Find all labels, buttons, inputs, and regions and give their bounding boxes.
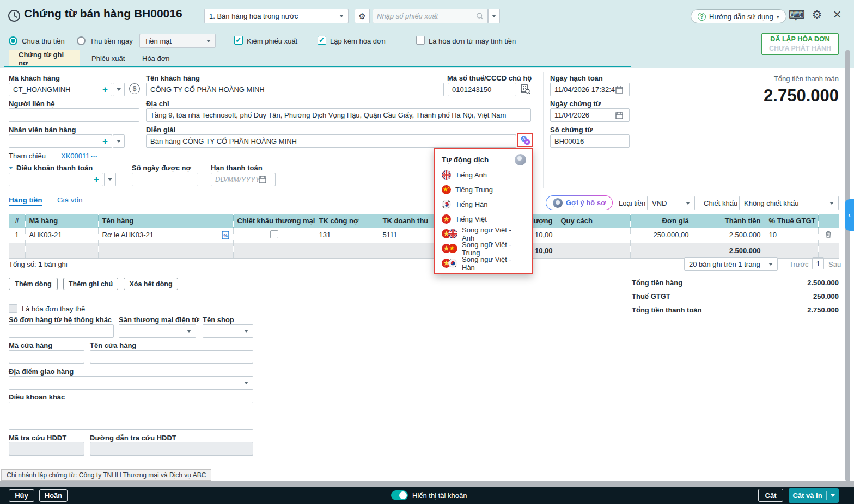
settings-small-button[interactable]: ⚙ <box>355 9 370 23</box>
contact-input[interactable] <box>13 111 135 119</box>
postpone-button[interactable]: Hoãn <box>39 489 68 502</box>
salesperson-input[interactable] <box>13 137 95 145</box>
add-payment-terms-icon[interactable]: + <box>94 175 99 184</box>
store-code-field[interactable] <box>9 350 84 364</box>
calendar-icon[interactable] <box>259 175 266 183</box>
percent-doc-icon[interactable]: % <box>222 231 229 239</box>
doc-no-field[interactable] <box>550 134 630 148</box>
col-item-name[interactable]: Tên hàng <box>98 214 233 228</box>
add-salesperson-icon[interactable]: + <box>102 137 108 146</box>
table-row[interactable]: 1 AHK03-21 Rơ le AHK03-21 % 131 5111 10,… <box>9 228 839 243</box>
pagination-prev[interactable]: Trước <box>789 260 809 268</box>
customer-name-input[interactable] <box>150 85 440 94</box>
radio-not-collected[interactable] <box>9 36 17 45</box>
due-date-input[interactable] <box>215 175 259 183</box>
cancel-button[interactable]: Hủy <box>9 489 34 502</box>
customer-name-field[interactable] <box>146 83 444 96</box>
tax-code-field[interactable] <box>448 83 516 96</box>
cell-revenue-account[interactable]: 5111 <box>379 228 441 243</box>
cell-item-name[interactable]: Rơ le AHK03-21 % <box>98 228 233 243</box>
doc-no-input[interactable] <box>554 137 625 145</box>
doc-date-field[interactable] <box>550 108 630 122</box>
external-order-field[interactable] <box>9 324 114 338</box>
cell-unit-price[interactable]: 250.000,00 <box>630 228 693 243</box>
doc-type-dropdown[interactable]: 1. Bán hàng hóa trong nước <box>204 9 349 23</box>
clear-rows-button[interactable]: Xóa hết dòng <box>124 278 178 290</box>
help-button[interactable]: ? Hướng dẫn sử dụng ▾ <box>691 9 786 23</box>
col-item-code[interactable]: Mã hàng <box>25 214 98 228</box>
external-order-input[interactable] <box>13 327 109 335</box>
pagination-next[interactable]: Sau <box>828 260 841 268</box>
trash-icon[interactable] <box>825 230 832 238</box>
address-field[interactable] <box>146 108 531 122</box>
contact-field[interactable] <box>9 108 139 122</box>
profile-suggestion-button[interactable]: Gợi ý hồ sơ <box>546 195 613 210</box>
delivery-location-dropdown[interactable] <box>9 376 253 390</box>
debt-days-input[interactable] <box>136 175 194 183</box>
show-accounts-toggle[interactable] <box>391 490 408 500</box>
search-input[interactable] <box>377 12 476 20</box>
due-date-field[interactable] <box>211 173 276 186</box>
translate-option-korean[interactable]: Tiếng Hàn <box>435 197 532 212</box>
customer-code-field[interactable]: + <box>9 83 112 96</box>
add-note-button[interactable]: Thêm ghi chú <box>63 278 118 290</box>
customer-code-input[interactable] <box>13 85 95 94</box>
add-customer-icon[interactable]: + <box>102 85 108 94</box>
settings-button[interactable]: ⚙ <box>810 8 824 22</box>
tab-export-slip[interactable]: Phiếu xuất <box>82 50 135 67</box>
posting-date-input[interactable] <box>554 85 615 94</box>
translate-option-viet-chinese[interactable]: Song ngữ Việt - Trung <box>435 241 532 256</box>
export-slip-search[interactable] <box>373 9 488 23</box>
reference-link[interactable]: XK00011 <box>61 152 90 160</box>
tax-code-input[interactable] <box>452 85 512 94</box>
subtab-items-money[interactable]: Hàng tiền <box>9 196 42 206</box>
ecommerce-dropdown[interactable] <box>119 324 196 338</box>
payment-terms-input[interactable] <box>13 175 86 183</box>
posting-date-field[interactable] <box>550 83 630 96</box>
checkbox-pos-invoice[interactable] <box>416 36 425 45</box>
cell-vat[interactable]: 10 <box>765 228 818 243</box>
translate-option-viet-korean[interactable]: Song ngữ Việt - Hàn <box>435 256 532 271</box>
subtab-cost[interactable]: Giá vốn <box>57 196 83 204</box>
cell-spec[interactable] <box>557 228 630 243</box>
doc-date-input[interactable] <box>554 111 615 119</box>
salesperson-field[interactable]: + <box>9 134 112 148</box>
col-debt-account[interactable]: TK công nợ <box>315 214 379 228</box>
close-button[interactable]: × <box>830 6 844 22</box>
store-name-input[interactable] <box>94 353 249 361</box>
other-terms-textarea[interactable] <box>9 402 253 430</box>
save-and-print-button[interactable]: Cất và In <box>789 488 839 503</box>
store-name-field[interactable] <box>90 350 253 364</box>
col-spec[interactable]: Quy cách <box>557 214 630 228</box>
radio-collect-now[interactable] <box>77 36 86 45</box>
search-dropdown-button[interactable] <box>488 9 500 23</box>
currency-dropdown[interactable]: VND <box>647 196 695 210</box>
address-input[interactable] <box>150 111 527 119</box>
reference-more-link[interactable]: … <box>90 150 97 158</box>
shortcut-keyboard-button[interactable]: ⌨▾ <box>790 7 804 23</box>
page-size-dropdown[interactable]: 20 bản ghi trên 1 trang <box>684 257 778 271</box>
col-index[interactable]: # <box>9 214 25 228</box>
description-input[interactable] <box>150 137 512 145</box>
payment-terms-dropdown-button[interactable] <box>104 173 116 186</box>
vertical-scrollbar[interactable] <box>845 50 850 481</box>
cell-delete[interactable] <box>818 228 839 243</box>
pagination-page[interactable]: 1 <box>812 257 824 269</box>
tab-debit-document[interactable]: Chứng từ ghi nợ <box>9 50 80 67</box>
tax-lookup-icon[interactable] <box>520 83 531 95</box>
add-row-button[interactable]: Thêm dòng <box>9 278 58 290</box>
calendar-icon[interactable] <box>615 85 623 94</box>
save-button[interactable]: Cất <box>758 489 783 502</box>
translate-option-english[interactable]: Tiếng Anh <box>435 168 532 182</box>
side-panel-handle[interactable]: ‹ <box>845 199 854 231</box>
translate-option-vietnamese[interactable]: Tiếng Việt <box>435 212 532 226</box>
checkbox-export-slip[interactable] <box>234 36 243 45</box>
col-amount[interactable]: Thành tiền <box>693 214 765 228</box>
discount-dropdown[interactable]: Không chiết khấu <box>739 196 839 210</box>
col-vat[interactable]: % Thuế GTGT <box>765 214 818 228</box>
payment-method-dropdown[interactable]: Tiền mặt <box>139 34 216 48</box>
translate-option-viet-english[interactable]: Song ngữ Việt - Anh <box>435 226 532 241</box>
debt-days-field[interactable] <box>132 173 198 186</box>
col-unit-price[interactable]: Đơn giá <box>630 214 693 228</box>
checkbox-replacement-invoice[interactable] <box>9 304 17 313</box>
